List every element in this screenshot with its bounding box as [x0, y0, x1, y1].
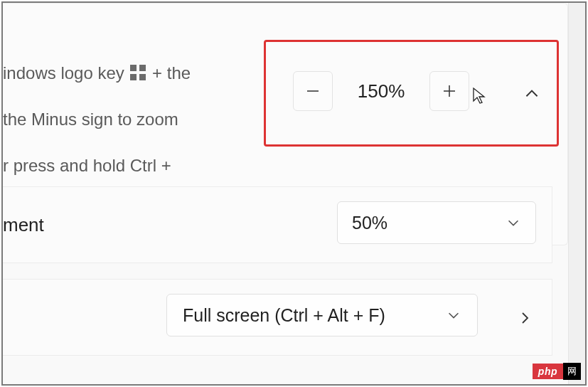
- zoom-increment-row: ment 50%: [3, 186, 552, 263]
- watermark: php 网: [533, 363, 581, 380]
- chevron-right-icon: [516, 309, 533, 327]
- fullscreen-row: Full screen (Ctrl + Alt + F): [3, 279, 552, 356]
- watermark-suffix: 网: [563, 363, 581, 380]
- zoom-out-button[interactable]: [293, 71, 333, 111]
- collapse-button[interactable]: [515, 77, 549, 111]
- vertical-scrollbar[interactable]: [568, 3, 585, 384]
- fullscreen-value: Full screen (Ctrl + Alt + F): [183, 305, 437, 326]
- windows-logo-icon: [130, 65, 146, 80]
- minus-icon: [304, 83, 321, 100]
- increment-label: ment: [3, 214, 44, 236]
- increment-value: 50%: [352, 213, 506, 233]
- desc-line2: the Minus sign to zoom: [3, 110, 178, 129]
- desc-line1a: indows logo key: [3, 63, 129, 83]
- watermark-brand: php: [533, 364, 563, 379]
- chevron-down-icon: [446, 307, 461, 323]
- zoom-value: 150%: [353, 80, 410, 102]
- zoom-controls: 150%: [293, 71, 469, 111]
- chevron-down-icon: [506, 215, 521, 230]
- zoom-in-button[interactable]: [429, 71, 469, 111]
- desc-line3: r press and hold Ctrl +: [3, 156, 171, 175]
- increment-dropdown[interactable]: 50%: [337, 201, 536, 244]
- chevron-up-icon: [523, 85, 541, 103]
- desc-line1b: + the: [147, 63, 191, 83]
- plus-icon: [441, 83, 458, 100]
- expand-button[interactable]: [511, 304, 539, 332]
- fullscreen-dropdown[interactable]: Full screen (Ctrl + Alt + F): [166, 294, 478, 336]
